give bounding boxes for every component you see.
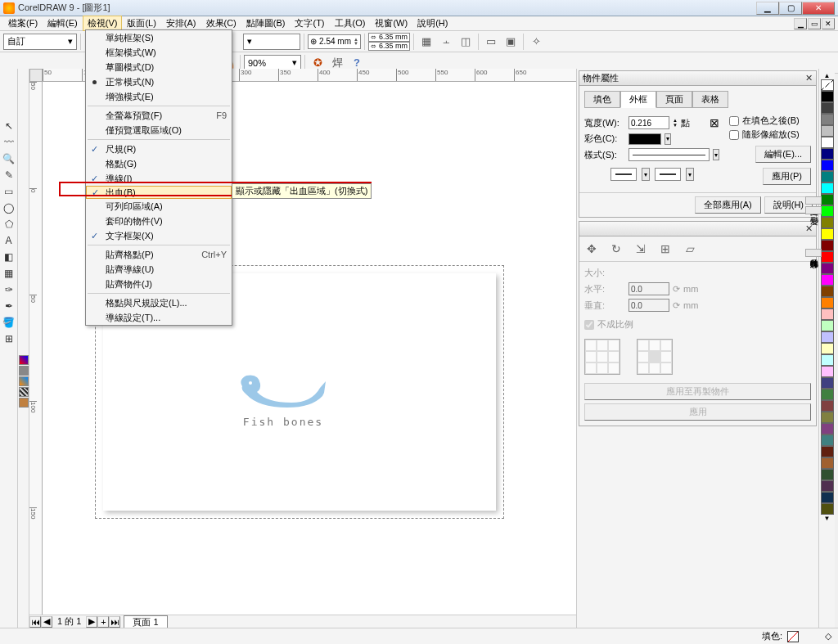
palette-swatch[interactable]: [821, 217, 834, 228]
h-input[interactable]: [628, 282, 669, 295]
menu-item[interactable]: ✓導線(I): [86, 171, 232, 186]
page-last[interactable]: ⏭: [109, 616, 120, 628]
palette-swatch[interactable]: [821, 182, 834, 194]
no-color-swatch[interactable]: [821, 79, 834, 91]
freehand-tool-icon[interactable]: ✎: [1, 167, 16, 182]
anchor-grid-left[interactable]: [584, 339, 620, 375]
tab-fill[interactable]: 填色: [584, 91, 620, 108]
palette-swatch[interactable]: [821, 263, 834, 274]
text-tool-icon[interactable]: A: [1, 232, 16, 248]
palette-swatch[interactable]: [821, 446, 834, 457]
ruler-origin[interactable]: [29, 69, 43, 82]
tab-outline[interactable]: 外框: [620, 91, 656, 108]
apply-all-button[interactable]: 全部應用(A): [695, 196, 761, 214]
size-icon[interactable]: ⊞: [656, 240, 674, 258]
side-tab-3[interactable]: 特殊與特殊字元: [805, 249, 822, 257]
eyedropper-icon[interactable]: ✑: [1, 281, 16, 297]
color-swatch[interactable]: [19, 398, 29, 408]
interactive-transp-icon[interactable]: ▦: [1, 265, 16, 281]
menu-item[interactable]: ✓出血(B): [86, 186, 232, 199]
palette-swatch[interactable]: [821, 194, 834, 205]
ruler-vertical[interactable]: 50050100150: [29, 82, 43, 628]
outline-tool-icon[interactable]: ✒: [1, 298, 16, 313]
palette-up-icon[interactable]: ▲: [824, 72, 831, 79]
palette-swatch[interactable]: [821, 320, 834, 331]
color-dropdown[interactable]: ▾: [665, 133, 671, 145]
edit-button[interactable]: 編輯(E)...: [755, 146, 811, 163]
menu-item[interactable]: 套印的物件(V): [86, 214, 232, 228]
start-arrow[interactable]: [610, 168, 637, 181]
palette-swatch[interactable]: [821, 91, 834, 102]
palette-swatch[interactable]: [821, 251, 834, 263]
width-input[interactable]: [628, 116, 669, 129]
pick-tool-icon[interactable]: ↖: [1, 118, 16, 133]
polygon-tool-icon[interactable]: ⬠: [1, 216, 16, 232]
page-tab[interactable]: 頁面 1: [124, 615, 167, 628]
palette-swatch[interactable]: [821, 274, 834, 286]
logo-object[interactable]: Fish bones: [230, 372, 336, 428]
mdi-close[interactable]: ✕: [822, 18, 835, 29]
side-tab-2[interactable]: 變形: [805, 206, 822, 214]
palette-swatch[interactable]: [821, 308, 834, 320]
palette-swatch[interactable]: [821, 503, 834, 515]
palette-swatch[interactable]: [821, 366, 834, 377]
v-input[interactable]: [628, 299, 669, 312]
menu-item[interactable]: ✓尺規(R): [86, 142, 232, 156]
menu-tools[interactable]: 工具(O): [330, 16, 371, 31]
menu-item[interactable]: 貼齊導線(U): [86, 262, 232, 277]
menu-item[interactable]: 貼齊格點(P)Ctrl+Y: [86, 247, 232, 262]
menu-item[interactable]: 全螢幕預覽(F)F9: [86, 108, 232, 123]
interactive-tool-icon[interactable]: ⊞: [1, 331, 16, 346]
palette-down-icon[interactable]: ▼: [824, 515, 831, 522]
outline-color-indicator[interactable]: ◇: [825, 631, 831, 642]
dupy-spinner[interactable]: ⬄ 6.35 mm: [368, 42, 410, 51]
menu-edit[interactable]: 編輯(E): [43, 16, 83, 31]
palette-swatch[interactable]: [821, 400, 834, 412]
scale-icon[interactable]: ⇲: [632, 240, 650, 258]
color-swatch[interactable]: [19, 355, 29, 365]
palette-swatch[interactable]: [821, 114, 834, 125]
palette-swatch[interactable]: [821, 343, 834, 354]
apply-transform-button[interactable]: 應用: [584, 403, 811, 421]
scale-checkbox[interactable]: [729, 130, 739, 140]
menu-item[interactable]: 正常模式(N): [86, 74, 232, 89]
menu-item[interactable]: 增強模式(E): [86, 89, 232, 104]
options-icon[interactable]: ▣: [502, 33, 520, 51]
fill-tool-icon[interactable]: 🪣: [1, 314, 16, 330]
palette-swatch[interactable]: [821, 160, 834, 171]
palette-swatch[interactable]: [821, 389, 834, 400]
nudge-spinner[interactable]: ⊕ 2.54 mm▲▼: [308, 34, 361, 49]
palette-swatch[interactable]: [821, 423, 834, 435]
menu-item[interactable]: 草圖模式(D): [86, 60, 232, 74]
end-arrow-dd[interactable]: ▾: [686, 168, 694, 181]
end-arrow[interactable]: [655, 168, 681, 181]
docker-close-icon[interactable]: ✕: [805, 73, 813, 83]
misc-icon[interactable]: ✧: [527, 33, 545, 51]
snap-grid-icon[interactable]: ▦: [417, 33, 435, 51]
palette-swatch[interactable]: [821, 125, 834, 137]
anchor-grid-right[interactable]: [637, 339, 673, 375]
behind-fill-checkbox[interactable]: [729, 116, 739, 126]
menu-item[interactable]: 單純框架(S): [86, 30, 232, 45]
dupx-spinner[interactable]: ⬄ 6.35 mm: [368, 33, 410, 42]
snap-guide-icon[interactable]: ⫠: [437, 33, 455, 51]
menu-text[interactable]: 文字(T): [290, 16, 329, 31]
close-button[interactable]: ✕: [802, 2, 835, 15]
style-combo[interactable]: [628, 148, 710, 161]
fill-color-indicator[interactable]: [787, 631, 799, 642]
color-swatch[interactable]: [19, 387, 29, 397]
preset-combo[interactable]: 自訂▾: [3, 34, 77, 50]
menu-window[interactable]: 視窗(W): [370, 16, 412, 31]
page-first[interactable]: ⏮: [29, 616, 41, 628]
menu-file[interactable]: 檔案(F): [3, 16, 43, 31]
page-prev[interactable]: ◀: [41, 616, 52, 628]
ellipse-tool-icon[interactable]: ◯: [1, 200, 16, 215]
palette-swatch[interactable]: [821, 171, 834, 182]
menu-item[interactable]: ✓文字框架(X): [86, 228, 232, 243]
palette-swatch[interactable]: [821, 480, 834, 492]
skew-icon[interactable]: ▱: [681, 240, 699, 258]
palette-swatch[interactable]: [821, 286, 834, 297]
rectangle-tool-icon[interactable]: ▭: [1, 183, 16, 199]
palette-swatch[interactable]: [821, 137, 834, 148]
page-next[interactable]: ▶: [86, 616, 97, 628]
